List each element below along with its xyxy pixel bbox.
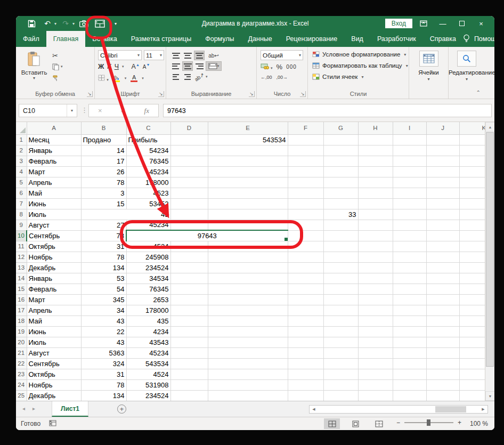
zoom-out-button[interactable]: − (396, 419, 400, 426)
cell-C21[interactable]: 45234 (126, 347, 170, 358)
cell-B17[interactable]: 34 (81, 305, 126, 315)
cell-D13[interactable] (170, 262, 208, 273)
cell-H21[interactable] (358, 347, 393, 358)
copy-button[interactable]: ▾ (52, 62, 63, 71)
cell-E7[interactable] (208, 198, 288, 209)
tab-Данные[interactable]: Данные (241, 31, 279, 47)
cell-A7[interactable]: Июнь (27, 198, 81, 209)
cell-A19[interactable]: Июнь (27, 326, 81, 337)
cell-I24[interactable] (393, 379, 426, 390)
cell-G20[interactable] (323, 337, 358, 347)
cell-A17[interactable]: Апрель (27, 305, 81, 315)
add-sheet-button[interactable]: + (117, 404, 126, 414)
italic-button[interactable]: К (107, 63, 111, 70)
cell-J10[interactable] (426, 230, 459, 241)
cell-B7[interactable]: 15 (81, 198, 126, 209)
cell-G7[interactable] (323, 198, 358, 209)
cell-J11[interactable] (426, 241, 459, 252)
align-right-button[interactable] (194, 61, 205, 71)
cell-F15[interactable] (288, 284, 323, 294)
cell-F25[interactable] (288, 390, 323, 401)
cell-D21[interactable] (170, 347, 208, 358)
paste-dropdown-icon[interactable]: ▾ (20, 76, 48, 80)
row-header-5[interactable]: 5 (16, 177, 27, 188)
cell-I8[interactable] (426, 209, 459, 220)
font-color-button[interactable]: А (131, 75, 137, 82)
cell-E5[interactable] (208, 177, 288, 188)
cell-C6[interactable]: 4523 (126, 188, 170, 198)
format-painter-button[interactable] (52, 74, 63, 82)
cell-A10[interactable]: Сентябрь (27, 230, 81, 241)
cell-J19[interactable] (426, 326, 459, 337)
row-header-25[interactable]: 25 (16, 390, 27, 401)
row-header-7[interactable]: 7 (16, 198, 27, 209)
macro-record-icon[interactable] (49, 420, 56, 428)
cell-G5[interactable] (323, 177, 358, 188)
cell-F9[interactable] (288, 220, 323, 230)
cell-I20[interactable] (393, 337, 426, 347)
cell-partial-10[interactable] (459, 230, 485, 241)
cell-J14[interactable] (426, 273, 459, 284)
horizontal-scroll-thumb[interactable] (435, 406, 466, 412)
cell-G19[interactable] (323, 326, 358, 337)
cell-partial-5[interactable] (459, 177, 485, 188)
row-header-20[interactable]: 20 (16, 337, 27, 347)
cells-button[interactable] (419, 51, 438, 67)
cell-E6[interactable] (208, 188, 288, 198)
cell-F22[interactable] (288, 358, 323, 369)
cell-H15[interactable] (358, 284, 393, 294)
cell-E2[interactable] (208, 145, 288, 156)
column-header-I[interactable]: I (393, 122, 426, 134)
cell-partial-25[interactable] (459, 390, 485, 401)
cell-B16[interactable]: 345 (81, 294, 126, 305)
cell-partial-21[interactable] (459, 347, 485, 358)
cell-J16[interactable] (426, 294, 459, 305)
cell-G12[interactable] (323, 252, 358, 262)
cell-B20[interactable]: 43 (81, 337, 126, 347)
decrease-decimal-button[interactable]: ,00→ (277, 75, 288, 80)
cell-F21[interactable] (288, 347, 323, 358)
cell-J3[interactable] (426, 156, 459, 166)
cell-C1[interactable]: Прибыль (126, 134, 170, 145)
row-header-16[interactable]: 16 (16, 294, 27, 305)
font-size-combo[interactable]: 11▾ (144, 50, 164, 60)
cell-I4[interactable] (393, 166, 426, 177)
cell-E17[interactable] (208, 305, 288, 315)
cancel-entry-icon[interactable]: × (98, 107, 102, 115)
row-header-17[interactable]: 17 (16, 305, 27, 315)
cell-C10-E10-merged-selected[interactable]: 97643 (126, 230, 288, 241)
cell-H24[interactable] (358, 379, 393, 390)
cell-F11[interactable] (288, 241, 323, 252)
cell-C13[interactable]: 234524 (126, 262, 170, 273)
minimize-button[interactable]: — (435, 18, 451, 29)
cell-G9[interactable] (323, 220, 358, 230)
cell-C5[interactable]: 178000 (126, 177, 170, 188)
cell-E11[interactable] (208, 241, 288, 252)
cell-E20[interactable] (208, 337, 288, 347)
column-header-A[interactable]: A (27, 122, 81, 134)
cell-B13[interactable]: 134 (81, 262, 126, 273)
cell-H20[interactable] (358, 337, 393, 347)
cell-E4[interactable] (208, 166, 288, 177)
tab-Главная[interactable]: Главная (46, 31, 86, 47)
cell-C18[interactable]: 435 (126, 315, 170, 326)
tab-Разметка страницы[interactable]: Разметка страницы (124, 31, 198, 47)
cell-G23[interactable] (323, 369, 358, 379)
column-header-C[interactable]: C (126, 122, 170, 134)
align-top-button[interactable] (170, 51, 181, 60)
cell-partial-18[interactable] (459, 315, 485, 326)
cell-A12[interactable]: Ноябрь (27, 252, 81, 262)
cell-H23[interactable] (358, 369, 393, 379)
cell-partial-9[interactable] (459, 220, 485, 230)
cell-B15[interactable]: 54 (81, 284, 126, 294)
cell-partial-4[interactable] (459, 166, 485, 177)
maximize-button[interactable] (454, 18, 470, 29)
cell-A25[interactable]: Декабрь (27, 390, 81, 401)
cell-D25[interactable] (170, 390, 208, 401)
cell-G2[interactable] (323, 145, 358, 156)
vertical-scroll-thumb[interactable] (486, 132, 494, 367)
align-middle-button[interactable] (182, 51, 193, 60)
increase-indent-button[interactable] (182, 72, 193, 82)
cell-partial-17[interactable] (459, 305, 485, 315)
cell-I17[interactable] (393, 305, 426, 315)
